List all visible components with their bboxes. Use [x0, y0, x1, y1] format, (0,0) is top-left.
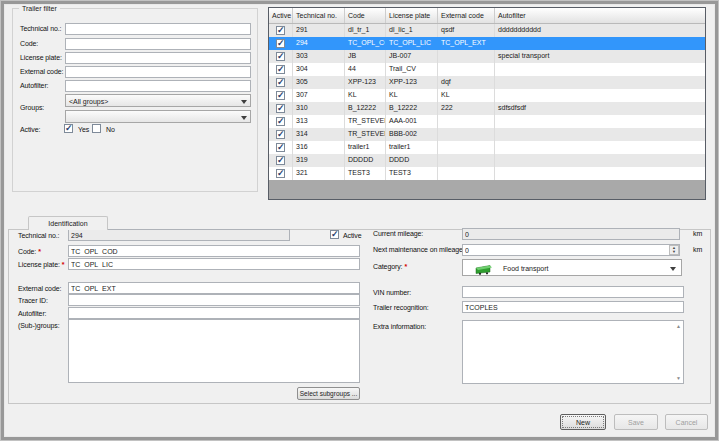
filter-external-code-label: External code: — [20, 68, 63, 75]
table-row[interactable]: 303JBJB-007special transport — [269, 50, 705, 63]
cancel-button[interactable]: Cancel — [665, 414, 708, 430]
cell-external-code — [438, 63, 495, 76]
filter-active-yes-checkbox[interactable] — [64, 124, 73, 133]
row-active-checkbox[interactable] — [276, 156, 285, 165]
table-row[interactable]: 321TEST3TEST3 — [269, 167, 705, 180]
row-active-checkbox[interactable] — [276, 39, 285, 48]
cell-autofilter: ddddddddddd — [495, 24, 705, 37]
table-row[interactable]: 316trailer1trailer1 — [269, 141, 705, 154]
filter-autofilter-input[interactable] — [65, 80, 251, 92]
table-row[interactable]: 314TR_STEVEN2BBB-002 — [269, 128, 705, 141]
row-active-checkbox[interactable] — [276, 130, 285, 139]
id-external-code-label: External code: — [18, 285, 61, 292]
row-active-checkbox[interactable] — [276, 169, 285, 178]
row-active-checkbox[interactable] — [276, 117, 285, 126]
row-active-checkbox[interactable] — [276, 26, 285, 35]
chevron-down-icon — [241, 100, 247, 104]
new-button[interactable]: New — [560, 414, 606, 430]
cell-autofilter: sdfsdfsdf — [495, 102, 705, 115]
trailer-table-rows: 291dl_tr_1dl_lic_1qsdfddddddddddd294TC_O… — [269, 24, 705, 180]
id-trailer-recognition-input[interactable] — [462, 301, 684, 313]
cell-technical-no: 316 — [293, 141, 345, 154]
cell-active — [269, 154, 293, 167]
id-license-plate-label: License plate:* — [18, 261, 64, 268]
row-active-checkbox[interactable] — [276, 91, 285, 100]
filter-technical-no-input[interactable] — [65, 23, 251, 35]
cell-technical-no: 307 — [293, 89, 345, 102]
filter-active-no-checkbox[interactable] — [92, 124, 101, 133]
table-row[interactable]: 294TC_OPL_CODTC_OPL_LICTC_OPL_EXT — [269, 37, 705, 50]
cell-active — [269, 50, 293, 63]
row-active-checkbox[interactable] — [276, 104, 285, 113]
cell-technical-no: 313 — [293, 115, 345, 128]
id-tracer-id-input[interactable] — [68, 294, 360, 306]
save-button[interactable]: Save — [614, 414, 658, 430]
cell-active — [269, 24, 293, 37]
column-header-external-code[interactable]: External code — [438, 8, 495, 23]
row-active-checkbox[interactable] — [276, 52, 285, 61]
id-category-value: Food transport — [503, 265, 549, 272]
next-maintenance-stepper[interactable]: ▲ ▼ — [669, 245, 679, 255]
column-header-license-plate[interactable]: License plate — [386, 8, 438, 23]
column-header-active[interactable]: Active — [269, 8, 293, 23]
id-subgroups-textarea[interactable] — [68, 319, 360, 383]
application-window: Trailer filter Technical no.: Code: Lice… — [0, 0, 719, 441]
column-header-code[interactable]: Code — [345, 8, 386, 23]
table-row[interactable]: 319DDDDDDDDD — [269, 154, 705, 167]
cell-license-plate: TC_OPL_LIC — [386, 37, 438, 50]
id-autofilter-input[interactable] — [68, 307, 360, 319]
column-header-technical-no[interactable]: Technical no. — [293, 8, 345, 23]
cell-code: DDDDD — [345, 154, 386, 167]
id-current-mileage-unit: km — [693, 230, 702, 237]
id-category-dropdown[interactable]: Food transport — [462, 259, 682, 276]
cell-technical-no: 319 — [293, 154, 345, 167]
row-active-checkbox[interactable] — [276, 65, 285, 74]
id-next-maintenance-input[interactable] — [462, 244, 680, 256]
cell-technical-no: 294 — [293, 37, 345, 50]
cell-autofilter — [495, 167, 705, 180]
id-vin-input[interactable] — [462, 286, 684, 298]
id-next-maintenance-label: Next maintenance on mileage: — [373, 246, 465, 253]
spinner-down-icon[interactable]: ▼ — [670, 250, 678, 254]
filter-groups-dropdown[interactable]: <All groups> — [65, 94, 251, 107]
row-active-checkbox[interactable] — [276, 143, 285, 152]
filter-active-no-label: No — [106, 126, 115, 133]
table-row[interactable]: 30444Trail_CV — [269, 63, 705, 76]
table-row[interactable]: 307KLKLKL — [269, 89, 705, 102]
filter-license-plate-input[interactable] — [65, 52, 251, 64]
id-extra-info-textarea[interactable] — [462, 320, 684, 384]
filter-subgroups-dropdown[interactable] — [65, 110, 251, 123]
table-row[interactable]: 305XPP-123XPP-123dqf — [269, 76, 705, 89]
filter-code-input[interactable] — [65, 38, 251, 50]
id-tracer-id-label: Tracer ID: — [18, 297, 48, 304]
column-header-autofilter[interactable]: Autofilter — [495, 8, 705, 23]
id-category-label: Category:* — [373, 263, 407, 270]
filter-autofilter-label: Autofilter: — [20, 82, 48, 89]
select-subgroups-button[interactable]: Select subgroups ... — [297, 387, 360, 400]
id-subgroups-label: (Sub-)groups: — [18, 322, 60, 329]
scroll-down-icon[interactable]: ▼ — [676, 375, 681, 381]
id-active-checkbox[interactable] — [330, 230, 339, 239]
id-technical-no-input[interactable] — [68, 229, 290, 241]
table-row[interactable]: 291dl_tr_1dl_lic_1qsdfddddddddddd — [269, 24, 705, 37]
chevron-down-icon — [670, 267, 676, 271]
cell-license-plate: BBB-002 — [386, 128, 438, 141]
filter-external-code-input[interactable] — [65, 66, 251, 78]
id-current-mileage-input[interactable] — [462, 228, 680, 240]
id-active-label: Active — [343, 232, 361, 239]
cell-autofilter — [495, 76, 705, 89]
scroll-up-icon[interactable]: ▲ — [676, 323, 681, 329]
id-license-plate-input[interactable] — [68, 258, 360, 270]
required-marker: * — [38, 248, 41, 255]
cell-active — [269, 167, 293, 180]
cell-code: XPP-123 — [345, 76, 386, 89]
id-code-label: Code:* — [18, 248, 41, 255]
id-code-input[interactable] — [68, 245, 360, 257]
table-row[interactable]: 310B_12222B_12222222sdfsdfsdf — [269, 102, 705, 115]
cell-autofilter — [495, 115, 705, 128]
table-row[interactable]: 313TR_STEVENAAA-001 — [269, 115, 705, 128]
row-active-checkbox[interactable] — [276, 78, 285, 87]
cell-license-plate: KL — [386, 89, 438, 102]
id-external-code-input[interactable] — [68, 282, 360, 294]
tab-identification[interactable]: Identification — [28, 216, 108, 230]
